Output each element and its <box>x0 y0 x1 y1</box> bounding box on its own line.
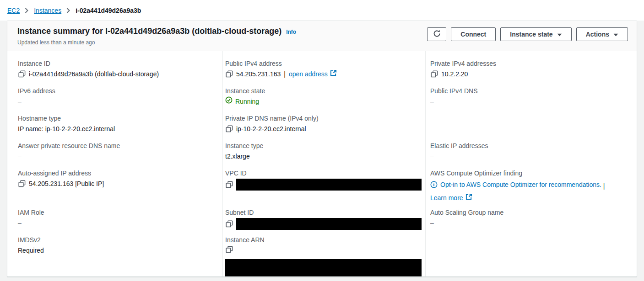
field-auto-assigned-ip: Auto-assigned IP address 54.205.231.163 … <box>18 169 214 208</box>
field-elastic-ip: Elastic IP addresses – <box>430 141 628 169</box>
chevron-right-icon <box>25 8 29 13</box>
optimizer-opt-in-link-label: Opt-in to AWS Compute Optimizer for reco… <box>440 179 601 191</box>
open-address-link[interactable]: open address <box>289 69 337 79</box>
separator: | <box>603 182 605 190</box>
instance-state-button-label: Instance state <box>510 31 552 38</box>
field-instance-id: Instance ID i-02a441d49d26a9a3b (doltlab… <box>18 59 214 86</box>
caret-down-icon <box>557 31 562 38</box>
separator: | <box>284 69 286 79</box>
refresh-icon <box>433 30 441 39</box>
info-circle-icon <box>430 181 438 188</box>
breadcrumb-bar: EC2 Instances i-02a441d49d26a9a3b <box>0 0 644 21</box>
instance-state-text: Running <box>235 96 259 106</box>
learn-more-link-label: Learn more <box>430 192 463 204</box>
field-label: IAM Role <box>18 208 214 217</box>
breadcrumb-instances[interactable]: Instances <box>34 7 61 14</box>
field-asg-name: Auto Scaling Group name – <box>430 208 628 228</box>
field-label: Elastic IP addresses <box>430 141 628 150</box>
actions-dropdown-button[interactable]: Actions <box>576 27 628 41</box>
field-private-dns: Private IP DNS name (IPv4 only) ip-10-2-… <box>225 114 422 141</box>
external-link-icon <box>465 192 472 204</box>
hostname-type-value: IP name: ip-10-2-2-20.ec2.internal <box>18 124 115 134</box>
field-subnet-id: Subnet ID <box>225 208 422 235</box>
summary-column-1: Instance ID i-02a441d49d26a9a3b (doltlab… <box>7 51 222 276</box>
copy-icon[interactable] <box>430 70 438 78</box>
field-instance-state: Instance state Running <box>225 86 422 114</box>
field-label: Private IP DNS name (IPv4 only) <box>225 114 422 123</box>
header-actions: Connect Instance state Actions <box>427 27 628 41</box>
chevron-right-icon <box>66 8 70 13</box>
field-label: Auto Scaling Group name <box>430 208 628 217</box>
summary-column-3: Private IPv4 addresses 10.2.2.20 Public … <box>425 51 637 276</box>
public-ipv4-value: 54.205.231.163 <box>236 69 281 79</box>
copy-icon[interactable] <box>225 245 233 253</box>
ipv6-value: – <box>18 96 22 106</box>
connect-button-label: Connect <box>460 31 486 38</box>
field-label: IMDSv2 <box>18 235 214 244</box>
connect-button[interactable]: Connect <box>451 27 496 41</box>
external-link-icon <box>330 69 337 79</box>
asg-name-value: – <box>430 218 434 228</box>
instance-summary-card: Instance summary for i-02a441d49d26a9a3b… <box>7 21 637 277</box>
field-private-ipv4: Private IPv4 addresses 10.2.2.20 <box>430 59 628 86</box>
instance-state-dropdown-button[interactable]: Instance state <box>500 27 571 41</box>
copy-icon[interactable] <box>18 70 26 78</box>
elastic-ip-value: – <box>430 151 434 161</box>
open-address-link-label: open address <box>289 69 328 79</box>
field-instance-arn: Instance ARN <box>225 235 422 276</box>
field-label: Instance ID <box>18 59 214 68</box>
subnet-id-redacted-value <box>236 218 422 230</box>
auto-assigned-ip-value: 54.205.231.163 [Public IP] <box>29 179 104 189</box>
field-public-ipv4-dns: Public IPv4 DNS – <box>430 86 628 141</box>
summary-column-2: Public IPv4 address 54.205.231.163 | ope… <box>222 51 425 276</box>
info-link[interactable]: Info <box>286 29 296 35</box>
check-circle-icon <box>225 96 233 106</box>
field-label: VPC ID <box>225 169 422 178</box>
field-public-ipv4-address: Public IPv4 address 54.205.231.163 | ope… <box>225 59 422 86</box>
copy-icon[interactable] <box>225 220 233 228</box>
field-label: Answer private resource DNS name <box>18 141 214 150</box>
private-dns-value: ip-10-2-2-20.ec2.internal <box>236 124 306 134</box>
breadcrumb-ec2[interactable]: EC2 <box>7 7 20 14</box>
iam-role-value: – <box>18 218 22 228</box>
breadcrumb-current-instance: i-02a441d49d26a9a3b <box>76 7 141 14</box>
private-ipv4-value: 10.2.2.20 <box>441 69 468 79</box>
field-iam-role: IAM Role – <box>18 208 214 235</box>
answer-private-dns-value: – <box>18 151 22 161</box>
card-header-left: Instance summary for i-02a441d49d26a9a3b… <box>17 27 296 46</box>
instance-state-value: Running <box>225 96 259 106</box>
field-label: Auto-assigned IP address <box>18 169 214 178</box>
field-label: Instance type <box>225 141 422 150</box>
field-label: IPv6 address <box>18 86 214 95</box>
field-label: Subnet ID <box>225 208 422 217</box>
imdsv2-value: Required <box>18 245 44 255</box>
field-ipv6-address: IPv6 address – <box>18 86 214 114</box>
breadcrumb: EC2 Instances i-02a441d49d26a9a3b <box>7 7 141 14</box>
card-header: Instance summary for i-02a441d49d26a9a3b… <box>7 21 637 51</box>
field-label: Private IPv4 addresses <box>430 59 628 68</box>
field-vpc-id: VPC ID <box>225 169 422 208</box>
updated-status-text: Updated less than a minute ago <box>17 39 296 46</box>
field-label: Instance state <box>225 86 422 95</box>
public-ipv4-dns-value: – <box>430 96 434 106</box>
actions-button-label: Actions <box>586 31 609 38</box>
copy-icon[interactable] <box>18 180 26 188</box>
instance-arn-redacted-value <box>225 259 422 276</box>
field-hostname-type: Hostname type IP name: ip-10-2-2-20.ec2.… <box>18 114 214 141</box>
card-body: Instance ID i-02a441d49d26a9a3b (doltlab… <box>7 51 637 276</box>
vpc-id-redacted-value <box>236 179 422 191</box>
copy-icon[interactable] <box>225 70 233 78</box>
field-answer-private-dns: Answer private resource DNS name – <box>18 141 214 169</box>
refresh-button[interactable] <box>427 27 446 41</box>
field-compute-optimizer: AWS Compute Optimizer finding Opt-in to … <box>430 169 628 208</box>
learn-more-link[interactable]: Learn more <box>430 192 472 204</box>
field-label: Hostname type <box>18 114 214 123</box>
instance-type-value: t2.xlarge <box>225 151 250 161</box>
compute-optimizer-value: Opt-in to AWS Compute Optimizer for reco… <box>430 179 628 204</box>
optimizer-opt-in-link[interactable]: Opt-in to AWS Compute Optimizer for reco… <box>430 179 601 191</box>
field-instance-type: Instance type t2.xlarge <box>225 141 422 169</box>
field-imdsv2: IMDSv2 Required <box>18 235 214 255</box>
copy-icon[interactable] <box>225 125 233 133</box>
page-title: Instance summary for i-02a441d49d26a9a3b… <box>17 27 281 36</box>
copy-icon[interactable] <box>225 181 233 189</box>
